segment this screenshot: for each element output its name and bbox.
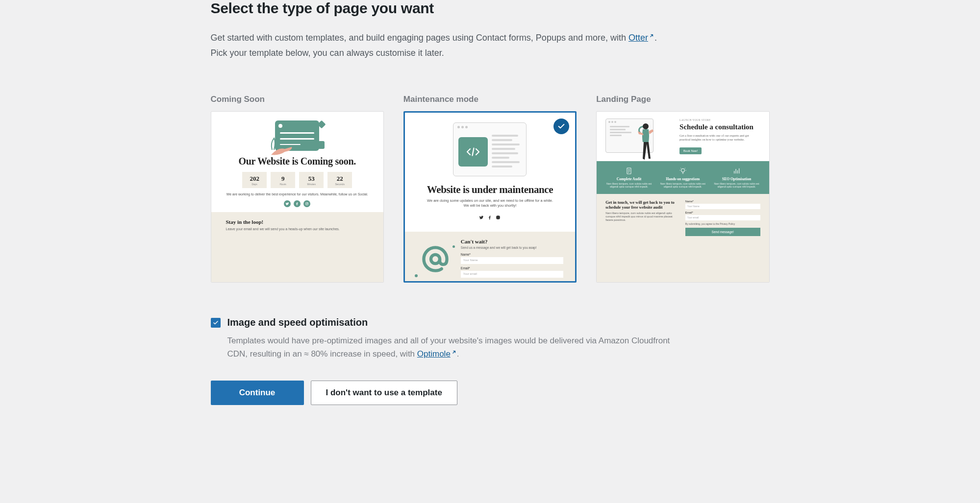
template-label: Landing Page	[596, 95, 769, 104]
svg-line-3	[473, 148, 474, 156]
code-icon	[458, 137, 488, 167]
preview-sub: We are working to deliver the best exper…	[212, 192, 383, 196]
social-icons	[405, 213, 575, 222]
features-row: Complete Audit Nam libero tempore, cum s…	[597, 161, 769, 194]
preview-heading: Our Website is Coming soon.	[238, 156, 356, 167]
chart-icon	[711, 167, 762, 175]
preview-body: Get a free consultation with one of our …	[679, 134, 760, 142]
page-title: Select the type of page you want	[211, 0, 770, 17]
send-button: Send message!	[685, 228, 760, 236]
optimisation-section: Image and speed optimisation Templates w…	[211, 317, 770, 360]
page-intro: Get started with custom templates, and b…	[211, 30, 770, 60]
optimole-link[interactable]: Optimole	[417, 349, 457, 359]
template-label: Coming Soon	[211, 95, 384, 104]
optimisation-body-suffix: .	[457, 349, 459, 359]
name-label: Name*	[461, 253, 563, 256]
template-option-maintenance: Maintenance mode	[403, 95, 577, 283]
template-option-landing: Landing Page	[596, 95, 769, 283]
preview-heading: Website is under maintenance	[405, 184, 575, 195]
lightbulb-icon	[657, 167, 708, 175]
optimisation-title: Image and speed optimisation	[227, 317, 688, 328]
person-icon	[632, 122, 655, 161]
template-card-coming-soon[interactable]: Our Website is Coming soon. 202Days 9Hou…	[211, 111, 384, 283]
svg-point-1	[306, 203, 307, 204]
loop-title: Stay in the loop!	[226, 219, 369, 225]
templates-grid: Coming Soon Ou	[211, 95, 770, 283]
svg-point-5	[498, 216, 499, 218]
preview-cta: Book Now!	[679, 147, 702, 154]
template-option-coming-soon: Coming Soon Ou	[211, 95, 384, 283]
no-template-button[interactable]: I don't want to use a template	[311, 381, 457, 405]
svg-point-2	[307, 203, 308, 203]
cant-wait-sub: Send us a message and we will get back t…	[461, 246, 563, 249]
otter-link[interactable]: Otter	[628, 33, 654, 43]
contact-body: Nam libero tempore, cum soluta nobis est…	[605, 212, 680, 222]
twitter-icon	[479, 213, 484, 222]
loop-text: Leave your email and we will send you a …	[226, 227, 369, 232]
browser-icon	[453, 122, 527, 176]
template-card-landing[interactable]: Launch your store Schedule a consultatio…	[596, 111, 769, 283]
email-label: Email*	[461, 266, 563, 270]
preview-heading: Schedule a consultation	[679, 123, 760, 131]
template-label: Maintenance mode	[403, 95, 577, 104]
hand-icon	[270, 146, 294, 156]
countdown: 202Days 9Hours 53Minutes 22Seconds	[242, 172, 352, 188]
facebook-icon	[294, 200, 301, 207]
intro-line2: Pick your template below, you can always…	[211, 48, 444, 58]
continue-button[interactable]: Continue	[211, 381, 304, 405]
square-icon	[317, 141, 325, 149]
external-link-icon	[649, 33, 654, 39]
template-card-maintenance[interactable]: Website is under maintenance We are doin…	[403, 111, 577, 283]
instagram-icon	[303, 200, 310, 207]
svg-point-9	[681, 168, 684, 172]
audit-icon	[603, 167, 654, 175]
preview-cap: Launch your store	[679, 119, 760, 121]
footer-buttons: Continue I don't want to use a template	[211, 381, 770, 405]
instagram-icon	[496, 213, 501, 222]
external-link-icon	[451, 349, 457, 355]
intro-suffix: .	[654, 33, 657, 43]
optimisation-checkbox[interactable]	[211, 318, 221, 328]
cant-wait-title: Can't wait?	[461, 239, 563, 244]
facebook-icon	[487, 213, 492, 222]
preview-sub: We are doing some updates on our site, a…	[405, 198, 575, 208]
contact-heading: Get in touch, we will get back to you to…	[605, 200, 680, 210]
social-icons	[284, 200, 310, 207]
svg-point-7	[643, 123, 649, 129]
twitter-icon	[284, 200, 291, 207]
name-field: Your Name	[461, 257, 563, 264]
intro-prefix: Get started with custom templates, and b…	[211, 33, 628, 43]
at-sign-icon	[417, 239, 454, 280]
email-field: Your email	[461, 271, 563, 278]
